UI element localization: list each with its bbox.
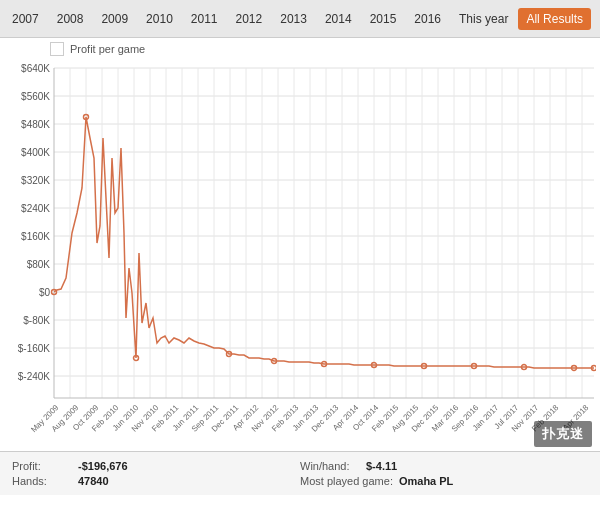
svg-text:$560K: $560K xyxy=(21,91,50,102)
year-all-results[interactable]: All Results xyxy=(518,8,591,30)
svg-text:$160K: $160K xyxy=(21,231,50,242)
svg-text:$80K: $80K xyxy=(27,259,51,270)
most-played-value: Omaha PL xyxy=(399,475,453,487)
year-2009[interactable]: 2009 xyxy=(93,8,136,30)
svg-text:$-160K: $-160K xyxy=(18,343,51,354)
stat-group-left: Profit: -$196,676 Hands: 47840 xyxy=(12,460,300,487)
win-hand-label: Win/hand: xyxy=(300,460,360,472)
year-2007[interactable]: 2007 xyxy=(4,8,47,30)
hands-row: Hands: 47840 xyxy=(12,475,300,487)
legend-label: Profit per game xyxy=(70,43,145,55)
year-2013[interactable]: 2013 xyxy=(272,8,315,30)
svg-text:$400K: $400K xyxy=(21,147,50,158)
svg-rect-0 xyxy=(54,68,594,418)
hands-label: Hands: xyxy=(12,475,72,487)
svg-text:$640K: $640K xyxy=(21,63,50,74)
profit-value: -$196,676 xyxy=(78,460,128,472)
stats-bar: Profit: -$196,676 Hands: 47840 Win/hand:… xyxy=(0,451,600,495)
chart-container: $640K $560K $480K $400K $320K $240K $160… xyxy=(0,58,600,451)
svg-text:$240K: $240K xyxy=(21,203,50,214)
watermark: 扑克迷 xyxy=(534,421,592,447)
year-2012[interactable]: 2012 xyxy=(228,8,271,30)
year-2015[interactable]: 2015 xyxy=(362,8,405,30)
most-played-label: Most played game: xyxy=(300,475,393,487)
year-2010[interactable]: 2010 xyxy=(138,8,181,30)
year-2016[interactable]: 2016 xyxy=(406,8,449,30)
year-2008[interactable]: 2008 xyxy=(49,8,92,30)
svg-text:$320K: $320K xyxy=(21,175,50,186)
profit-line xyxy=(54,117,594,368)
chart-legend: Profit per game xyxy=(0,38,600,58)
year-2011[interactable]: 2011 xyxy=(183,8,226,30)
most-played-row: Most played game: Omaha PL xyxy=(300,475,588,487)
profit-row: Profit: -$196,676 xyxy=(12,460,300,472)
svg-text:$480K: $480K xyxy=(21,119,50,130)
stat-group-right: Win/hand: $-4.11 Most played game: Omaha… xyxy=(300,460,588,487)
legend-box xyxy=(50,42,64,56)
win-hand-row: Win/hand: $-4.11 xyxy=(300,460,588,472)
svg-text:$-240K: $-240K xyxy=(18,371,51,382)
profit-label: Profit: xyxy=(12,460,72,472)
year-2014[interactable]: 2014 xyxy=(317,8,360,30)
hands-value: 47840 xyxy=(78,475,109,487)
year-this-year[interactable]: This year xyxy=(451,8,516,30)
year-nav: 2007 2008 2009 2010 2011 2012 2013 2014 … xyxy=(0,0,600,38)
app-container: 2007 2008 2009 2010 2011 2012 2013 2014 … xyxy=(0,0,600,495)
profit-chart: $640K $560K $480K $400K $320K $240K $160… xyxy=(4,58,596,448)
svg-text:$0: $0 xyxy=(39,287,51,298)
win-hand-value: $-4.11 xyxy=(366,460,397,472)
svg-text:$-80K: $-80K xyxy=(23,315,50,326)
